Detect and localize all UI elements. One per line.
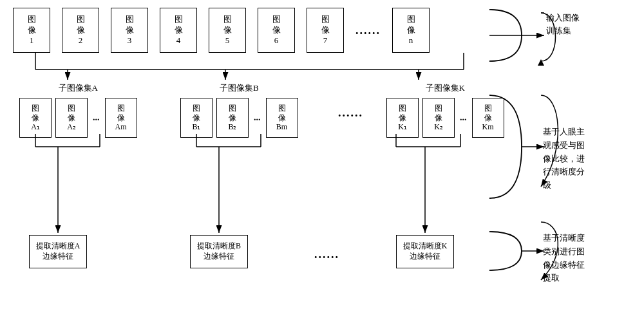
right-label-2: 基于人眼主观感受与图像比较，进行清晰度分级 xyxy=(543,125,636,192)
top-image-6: 图 像 6 xyxy=(258,8,295,53)
sub-img-am: 图 像 Am xyxy=(105,98,137,138)
top-image-1: 图 像 1 xyxy=(13,8,50,53)
sub-b-dots: ... xyxy=(252,113,262,123)
top-image-5: 图 像 5 xyxy=(209,8,246,53)
right-label-1: 输入图像训练集 xyxy=(546,12,636,37)
top-image-n: 图 像 n xyxy=(392,8,430,53)
sub-group-k: 子图像集K 图 像 K₁ 图 像 K₂ ... 图 像 Km xyxy=(386,82,504,138)
top-image-4: 图 像 4 xyxy=(160,8,197,53)
middle-group-dots: ...... xyxy=(338,106,363,120)
sub-img-k1: 图 像 K₁ xyxy=(386,98,419,138)
sub-group-b-images: 图 像 B₁ 图 像 B₂ ... 图 像 Bm xyxy=(180,98,298,138)
sub-img-km: 图 像 Km xyxy=(472,98,504,138)
sub-group-b-label: 子图像集B xyxy=(180,82,298,94)
sub-img-a2: 图 像 A₂ xyxy=(55,98,88,138)
top-image-3: 图 像 3 xyxy=(111,8,148,53)
feature-box-b: 提取清晰度B 边缘特征 xyxy=(190,235,248,268)
right-label-3: 基于清晰度类别进行图像边缘特征提取 xyxy=(543,232,636,285)
sub-img-k2: 图 像 K₂ xyxy=(422,98,455,138)
sub-group-a-images: 图 像 A₁ 图 像 A₂ ... 图 像 Am xyxy=(19,98,137,138)
sub-group-a-label: 子图像集A xyxy=(19,82,137,94)
feature-box-k: 提取清晰度K 边缘特征 xyxy=(396,235,454,268)
feature-box-a: 提取清晰度A 边缘特征 xyxy=(29,235,87,268)
feature-dots: ...... xyxy=(314,248,339,261)
sub-k-dots: ... xyxy=(459,113,468,123)
sub-group-a: 子图像集A 图 像 A₁ 图 像 A₂ ... 图 像 Am xyxy=(19,82,137,138)
top-dots: ...... xyxy=(355,8,381,53)
svg-marker-20 xyxy=(538,59,544,66)
sub-group-k-images: 图 像 K₁ 图 像 K₂ ... 图 像 Km xyxy=(386,98,504,138)
top-image-row: 图 像 1 图 像 2 图 像 3 图 像 4 图 像 5 图 像 6 图 像 … xyxy=(13,8,430,53)
sub-group-b: 子图像集B 图 像 B₁ 图 像 B₂ ... 图 像 Bm xyxy=(180,82,298,138)
diagram-container: 图 像 1 图 像 2 图 像 3 图 像 4 图 像 5 图 像 6 图 像 … xyxy=(0,0,644,325)
sub-img-b2: 图 像 B₂ xyxy=(216,98,249,138)
top-image-7: 图 像 7 xyxy=(307,8,344,53)
sub-img-b1: 图 像 B₁ xyxy=(180,98,213,138)
sub-img-bm: 图 像 Bm xyxy=(266,98,298,138)
sub-group-k-label: 子图像集K xyxy=(386,82,504,94)
sub-a-dots: ... xyxy=(91,113,101,123)
sub-img-a1: 图 像 A₁ xyxy=(19,98,52,138)
top-image-2: 图 像 2 xyxy=(62,8,99,53)
